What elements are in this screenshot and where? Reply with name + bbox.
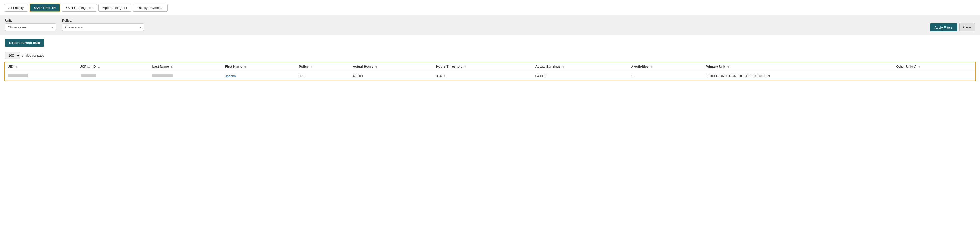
- sort-icon-other-units: [918, 65, 920, 68]
- cell-last-name: [149, 71, 222, 81]
- tab-over-time-th[interactable]: Over Time TH: [30, 3, 60, 12]
- entries-per-page-select[interactable]: 100 10 25 50: [5, 52, 21, 59]
- cell-other-units: [893, 71, 975, 81]
- entries-per-page-label: entries per page: [22, 54, 44, 57]
- cell-uid: [5, 71, 76, 81]
- ucpath-id-value-blurred: [81, 74, 96, 77]
- sort-icon-ucpath: [98, 65, 100, 68]
- policy-select[interactable]: Choose any: [62, 24, 144, 31]
- table-body: Joanna 025 400.00 384.00 $400.00 1 06100…: [5, 71, 975, 81]
- tab-approaching-th[interactable]: Approaching TH: [99, 4, 131, 12]
- col-header-actual-earnings[interactable]: Actual Earnings: [532, 62, 628, 71]
- cell-actual-earnings: $400.00: [532, 71, 628, 81]
- uid-value-blurred: [8, 74, 28, 77]
- toolbar: Export current data: [0, 35, 980, 51]
- sort-icon-actual-hours: [375, 65, 377, 68]
- filter-actions: Apply Filters Clear: [930, 18, 975, 31]
- sort-icon-activities: [651, 65, 652, 68]
- clear-filters-button[interactable]: Clear: [959, 23, 975, 31]
- filter-bar: Unit: Choose one Policy: Choose any Appl…: [0, 15, 980, 35]
- policy-filter-group: Policy: Choose any: [62, 19, 144, 31]
- sort-icon-hours-threshold: [465, 65, 466, 68]
- entries-section: 100 10 25 50 entries per page: [0, 51, 980, 62]
- tabs-bar: All Faculty Over Time TH Over Earnings T…: [0, 0, 980, 15]
- unit-select[interactable]: Choose one: [5, 24, 56, 31]
- cell-policy: 025: [296, 71, 350, 81]
- cell-activities: 1: [628, 71, 703, 81]
- table-row: Joanna 025 400.00 384.00 $400.00 1 06100…: [5, 71, 975, 81]
- tab-over-earnings-th[interactable]: Over Earnings TH: [62, 4, 97, 12]
- col-header-hours-threshold[interactable]: Hours Threshold: [433, 62, 532, 71]
- sort-icon-policy: [311, 65, 313, 68]
- cell-ucpath-id: [76, 71, 149, 81]
- sort-icon-actual-earnings: [562, 65, 565, 68]
- col-header-ucpath-id[interactable]: UCPath ID: [76, 62, 149, 71]
- last-name-value-blurred: [152, 74, 173, 77]
- sort-icon-firstname: [244, 65, 246, 68]
- policy-select-wrapper: Choose any: [62, 24, 144, 31]
- apply-filters-button[interactable]: Apply Filters: [930, 24, 957, 31]
- data-table-container: UID UCPath ID Last Name First Name Polic…: [4, 62, 976, 81]
- unit-filter-group: Unit: Choose one: [5, 19, 56, 31]
- sort-icon-primary-unit: [727, 65, 729, 68]
- col-header-primary-unit[interactable]: Primary Unit: [703, 62, 893, 71]
- sort-icon-lastname: [171, 65, 173, 68]
- sort-icon-uid: [15, 65, 18, 68]
- col-header-last-name[interactable]: Last Name: [149, 62, 222, 71]
- policy-label: Policy:: [62, 19, 144, 22]
- cell-actual-hours: 400.00: [350, 71, 433, 81]
- tab-faculty-payments[interactable]: Faculty Payments: [133, 4, 168, 12]
- cell-first-name[interactable]: Joanna: [222, 71, 296, 81]
- cell-hours-threshold: 384.00: [433, 71, 532, 81]
- col-header-policy[interactable]: Policy: [296, 62, 350, 71]
- col-header-actual-hours[interactable]: Actual Hours: [350, 62, 433, 71]
- data-table: UID UCPath ID Last Name First Name Polic…: [5, 62, 975, 81]
- col-header-activities[interactable]: # Activities: [628, 62, 703, 71]
- col-header-other-units[interactable]: Other Unit(s): [893, 62, 975, 71]
- tab-all-faculty[interactable]: All Faculty: [4, 4, 28, 12]
- unit-select-wrapper: Choose one: [5, 24, 56, 31]
- unit-label: Unit:: [5, 19, 56, 22]
- export-button[interactable]: Export current data: [5, 38, 44, 47]
- col-header-first-name[interactable]: First Name: [222, 62, 296, 71]
- table-header-row: UID UCPath ID Last Name First Name Polic…: [5, 62, 975, 71]
- cell-primary-unit: 061003 - UNDERGRADUATE EDUCATION: [703, 71, 893, 81]
- col-header-uid[interactable]: UID: [5, 62, 76, 71]
